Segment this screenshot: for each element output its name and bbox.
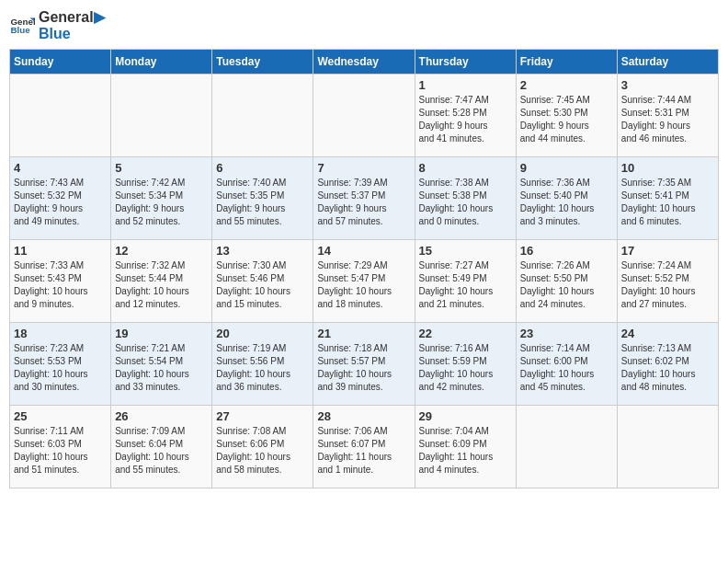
cell-info: Sunrise: 7:39 AM Sunset: 5:37 PM Dayligh… [317,177,410,228]
calendar-cell: 26Sunrise: 7:09 AM Sunset: 6:04 PM Dayli… [111,406,212,488]
day-number: 18 [14,327,107,340]
cell-info: Sunrise: 7:40 AM Sunset: 5:35 PM Dayligh… [216,177,309,228]
week-row-1: 1Sunrise: 7:47 AM Sunset: 5:28 PM Daylig… [10,75,719,157]
calendar-cell: 16Sunrise: 7:26 AM Sunset: 5:50 PM Dayli… [516,240,617,323]
day-header-tuesday: Tuesday [212,50,313,75]
calendar-cell: 23Sunrise: 7:14 AM Sunset: 6:00 PM Dayli… [516,323,617,406]
cell-info: Sunrise: 7:09 AM Sunset: 6:04 PM Dayligh… [115,425,208,477]
calendar-cell: 8Sunrise: 7:38 AM Sunset: 5:38 PM Daylig… [415,157,516,240]
cell-info: Sunrise: 7:11 AM Sunset: 6:03 PM Dayligh… [14,425,107,477]
day-number: 3 [621,78,714,92]
cell-info: Sunrise: 7:36 AM Sunset: 5:40 PM Dayligh… [520,177,613,228]
week-row-5: 25Sunrise: 7:11 AM Sunset: 6:03 PM Dayli… [10,406,719,488]
day-number: 19 [115,327,208,340]
days-header-row: SundayMondayTuesdayWednesdayThursdayFrid… [10,50,719,75]
cell-info: Sunrise: 7:47 AM Sunset: 5:28 PM Dayligh… [419,94,512,145]
day-number: 25 [14,409,107,423]
day-header-friday: Friday [516,50,617,75]
calendar-cell: 19Sunrise: 7:21 AM Sunset: 5:54 PM Dayli… [111,323,212,406]
day-number: 17 [621,244,714,258]
day-number: 5 [115,161,208,175]
logo: General Blue General▶ Blue [9,9,105,41]
day-number: 24 [621,327,714,340]
calendar-cell: 14Sunrise: 7:29 AM Sunset: 5:47 PM Dayli… [313,240,415,323]
calendar-cell: 28Sunrise: 7:06 AM Sunset: 6:07 PM Dayli… [313,406,415,488]
day-number: 16 [520,244,613,258]
logo-general-text: General▶ [39,9,105,26]
calendar-cell [617,406,718,488]
cell-info: Sunrise: 7:04 AM Sunset: 6:09 PM Dayligh… [419,425,512,477]
calendar-cell [10,75,111,157]
calendar-cell: 29Sunrise: 7:04 AM Sunset: 6:09 PM Dayli… [415,406,516,488]
calendar-cell [111,75,212,157]
cell-info: Sunrise: 7:44 AM Sunset: 5:31 PM Dayligh… [621,94,714,145]
calendar-cell: 5Sunrise: 7:42 AM Sunset: 5:34 PM Daylig… [111,157,212,240]
calendar-cell: 25Sunrise: 7:11 AM Sunset: 6:03 PM Dayli… [10,406,111,488]
day-number: 7 [317,161,410,175]
cell-info: Sunrise: 7:06 AM Sunset: 6:07 PM Dayligh… [317,425,410,477]
calendar-cell [516,406,617,488]
calendar-cell: 18Sunrise: 7:23 AM Sunset: 5:53 PM Dayli… [10,323,111,406]
cell-info: Sunrise: 7:33 AM Sunset: 5:43 PM Dayligh… [14,259,107,311]
cell-info: Sunrise: 7:45 AM Sunset: 5:30 PM Dayligh… [520,94,613,145]
cell-info: Sunrise: 7:16 AM Sunset: 5:59 PM Dayligh… [419,342,512,394]
day-number: 29 [419,409,512,423]
calendar-cell [313,75,415,157]
cell-info: Sunrise: 7:18 AM Sunset: 5:57 PM Dayligh… [317,342,410,394]
day-number: 11 [14,244,107,258]
calendar-cell: 7Sunrise: 7:39 AM Sunset: 5:37 PM Daylig… [313,157,415,240]
calendar-cell: 13Sunrise: 7:30 AM Sunset: 5:46 PM Dayli… [212,240,313,323]
cell-info: Sunrise: 7:26 AM Sunset: 5:50 PM Dayligh… [520,259,613,311]
calendar-cell: 21Sunrise: 7:18 AM Sunset: 5:57 PM Dayli… [313,323,415,406]
day-number: 6 [216,161,309,175]
calendar-cell: 4Sunrise: 7:43 AM Sunset: 5:32 PM Daylig… [10,157,111,240]
cell-info: Sunrise: 7:43 AM Sunset: 5:32 PM Dayligh… [14,177,107,228]
day-number: 14 [317,244,410,258]
week-row-2: 4Sunrise: 7:43 AM Sunset: 5:32 PM Daylig… [10,157,719,240]
header: General Blue General▶ Blue [9,9,719,41]
calendar-cell: 27Sunrise: 7:08 AM Sunset: 6:06 PM Dayli… [212,406,313,488]
day-number: 27 [216,409,309,423]
day-header-saturday: Saturday [617,50,718,75]
day-number: 22 [419,327,512,340]
day-number: 2 [520,78,613,92]
cell-info: Sunrise: 7:32 AM Sunset: 5:44 PM Dayligh… [115,259,208,311]
cell-info: Sunrise: 7:23 AM Sunset: 5:53 PM Dayligh… [14,342,107,394]
day-header-thursday: Thursday [415,50,516,75]
day-number: 13 [216,244,309,258]
calendar-cell: 1Sunrise: 7:47 AM Sunset: 5:28 PM Daylig… [415,75,516,157]
calendar-cell: 20Sunrise: 7:19 AM Sunset: 5:56 PM Dayli… [212,323,313,406]
day-number: 10 [621,161,714,175]
svg-text:Blue: Blue [10,25,30,35]
calendar-cell: 10Sunrise: 7:35 AM Sunset: 5:41 PM Dayli… [617,157,718,240]
day-number: 20 [216,327,309,340]
cell-info: Sunrise: 7:38 AM Sunset: 5:38 PM Dayligh… [419,177,512,228]
day-number: 8 [419,161,512,175]
cell-info: Sunrise: 7:13 AM Sunset: 6:02 PM Dayligh… [621,342,714,394]
cell-info: Sunrise: 7:14 AM Sunset: 6:00 PM Dayligh… [520,342,613,394]
day-number: 23 [520,327,613,340]
cell-info: Sunrise: 7:35 AM Sunset: 5:41 PM Dayligh… [621,177,714,228]
calendar-cell: 2Sunrise: 7:45 AM Sunset: 5:30 PM Daylig… [516,75,617,157]
calendar-cell: 11Sunrise: 7:33 AM Sunset: 5:43 PM Dayli… [10,240,111,323]
calendar-cell: 9Sunrise: 7:36 AM Sunset: 5:40 PM Daylig… [516,157,617,240]
day-number: 15 [419,244,512,258]
day-header-sunday: Sunday [10,50,111,75]
calendar-cell: 17Sunrise: 7:24 AM Sunset: 5:52 PM Dayli… [617,240,718,323]
logo-blue-text: Blue [39,26,105,42]
day-header-wednesday: Wednesday [313,50,415,75]
calendar-cell: 15Sunrise: 7:27 AM Sunset: 5:49 PM Dayli… [415,240,516,323]
cell-info: Sunrise: 7:27 AM Sunset: 5:49 PM Dayligh… [419,259,512,311]
calendar-cell: 12Sunrise: 7:32 AM Sunset: 5:44 PM Dayli… [111,240,212,323]
week-row-4: 18Sunrise: 7:23 AM Sunset: 5:53 PM Dayli… [10,323,719,406]
day-number: 4 [14,161,107,175]
calendar-cell [212,75,313,157]
day-number: 1 [419,78,512,92]
logo-icon: General Blue [9,13,35,39]
calendar-cell: 6Sunrise: 7:40 AM Sunset: 5:35 PM Daylig… [212,157,313,240]
cell-info: Sunrise: 7:19 AM Sunset: 5:56 PM Dayligh… [216,342,309,394]
day-number: 9 [520,161,613,175]
cell-info: Sunrise: 7:29 AM Sunset: 5:47 PM Dayligh… [317,259,410,311]
cell-info: Sunrise: 7:24 AM Sunset: 5:52 PM Dayligh… [621,259,714,311]
day-header-monday: Monday [111,50,212,75]
